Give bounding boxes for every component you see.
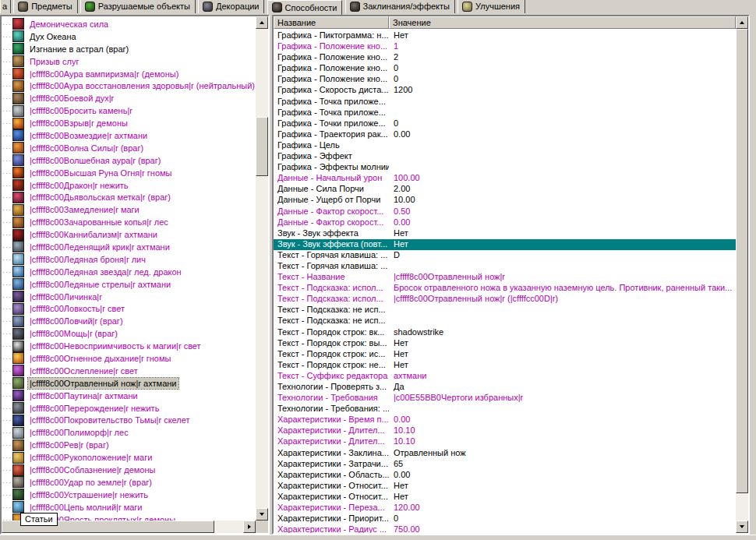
ability-list-item[interactable]: ··· |cffff8c00Волшебная аура|r (враг) (2, 154, 256, 167)
property-row[interactable]: Характеристики - Время п... 0.00 (274, 415, 736, 425)
ability-list-item[interactable]: ··· |cffff8c00Соблазнение|r демоны (2, 464, 256, 476)
ability-list-item[interactable]: ··· Изгнание в астрал (враг) (2, 43, 256, 55)
ability-list-item[interactable]: ··· |cffff8c00Ледяная броня|r лич (2, 253, 256, 266)
property-row[interactable]: Текст - Подсказка: испол... Бросок отрав… (274, 283, 736, 294)
ability-list-item[interactable]: ··· |cffff8c00Ловкость|r свет (2, 302, 256, 315)
column-header-value[interactable]: Значение (389, 16, 736, 29)
ability-list-item[interactable]: ··· |cffff8c00Устрашение|r нежить (2, 489, 256, 501)
ability-list-item[interactable]: ··· |cffff8c00Ловчий|r (враг) (2, 315, 256, 327)
tab[interactable]: Заклинания/эффекты (345, 0, 455, 13)
ability-list-item[interactable]: ··· |cffff8c00Замедление|r маги (2, 203, 256, 216)
property-row[interactable]: Графика - Траектория рак... 0.00 (274, 129, 736, 140)
scroll-down-button[interactable] (256, 508, 268, 521)
property-row[interactable]: Графика - Точка приложе... (274, 97, 736, 108)
property-row[interactable]: Характеристики - Переза... 120.00 (274, 503, 736, 514)
property-row[interactable]: Характеристики - Относит... Нет (274, 492, 736, 503)
ability-list-item[interactable]: ··· |cffff8c00Отравленный нож|r ахтмани (2, 377, 256, 390)
property-row[interactable]: Текст - Порядок строк: вы... Нет (274, 338, 736, 349)
ability-list-item[interactable]: ··· |cffff8c00Взрыв|r демоны (2, 117, 256, 129)
property-row[interactable]: Текст - Горячая клавиша: ... D (274, 250, 736, 261)
tab[interactable]: Предметы (13, 0, 78, 13)
property-row[interactable]: Графика - Цель (274, 140, 736, 151)
property-row[interactable]: Данные - Начальный урон 100.00 (274, 173, 736, 184)
property-row[interactable]: Текст - Суффикс редактора ахтмани (274, 371, 736, 382)
ability-list-item[interactable]: ··· |cffff8c00Мощь|r (враг) (2, 327, 256, 340)
scroll-right-button[interactable] (243, 521, 256, 533)
property-row[interactable]: Характеристики - Радиус ... 750.00 (274, 524, 736, 533)
tab[interactable]: Декорации (198, 0, 264, 13)
property-row[interactable]: Характеристики - Область... 0.00 (274, 470, 736, 481)
scroll-up-button[interactable] (736, 16, 748, 29)
property-row[interactable]: Графика - Положение кно... 0 (274, 74, 736, 85)
ability-list-item[interactable]: ··· |cffff8c00Возмездие|r ахтмани (2, 129, 256, 142)
property-row[interactable]: Графика - Положение кно... 2 (274, 52, 736, 63)
ability-list-item[interactable]: ··· |cffff8c00Ледяная звезда|r лед. драк… (2, 266, 256, 278)
property-row[interactable]: Графика - Положение кно... 1 (274, 41, 736, 52)
property-row[interactable]: Технологии - Проверять з... Да (274, 382, 736, 393)
property-row[interactable]: Характеристики - Затрачи... 65 (274, 459, 736, 470)
ability-list-item[interactable]: ··· |cffff8c00Зачарованные копья|r лес (2, 216, 256, 228)
scroll-thumb[interactable] (256, 117, 268, 176)
property-row[interactable]: Данные - Ущерб от Порчи 10.00 (274, 195, 736, 206)
property-row[interactable]: Характеристики - Относит... Нет (274, 481, 736, 492)
property-row[interactable]: Графика - Положение кно... 0 (274, 63, 736, 74)
property-row[interactable]: Звук - Звук эффекта Нет (274, 228, 736, 239)
scroll-thumb[interactable] (736, 29, 748, 493)
scroll-up-button[interactable] (256, 16, 268, 29)
ability-list-item[interactable]: ··· |cffff8c00Леденящий крик|r ахтмани (2, 241, 256, 253)
ability-list-item[interactable]: ··· |cffff8c00Ослепление|r свет (2, 365, 256, 377)
left-vertical-scrollbar[interactable] (256, 16, 268, 521)
property-row[interactable]: Текст - Порядок строк: вк... shadowstrik… (274, 327, 736, 338)
property-row[interactable]: Текст - Название |cffff8c00Отравленный н… (274, 272, 736, 283)
scroll-down-button[interactable] (736, 521, 748, 533)
ability-list-item[interactable]: ··· |cffff8c00Бросить камень|r (2, 104, 256, 117)
property-row[interactable]: Текст - Подсказка: не исп... (274, 305, 736, 316)
ability-list-item[interactable]: ··· |cffff8c00Огненное дыхание|r гномы (2, 352, 256, 365)
tab[interactable]: Разрушаемые объекты (80, 0, 196, 13)
ability-list-item[interactable]: ··· |cffff8c00Рев|r (враг) (2, 439, 256, 451)
ability-list-item[interactable]: ··· |cffff8c00Полиморф|r лес (2, 426, 256, 439)
property-row[interactable]: Графика - Эффект (274, 151, 736, 162)
ability-list-item[interactable]: ··· |cffff8c00Высшая Руна Огня|r гномы (2, 167, 256, 179)
property-row[interactable]: Характеристики - Длител... 10.10 (274, 436, 736, 447)
column-header-name[interactable]: Название (274, 16, 389, 29)
ability-list-item[interactable]: ··· |cffff8c00Аура вампиризма|r (демоны) (2, 68, 256, 80)
property-row[interactable]: Характеристики - Заклина... Отравленный … (274, 448, 736, 459)
tab[interactable]: а (0, 0, 11, 13)
right-vertical-scrollbar[interactable] (736, 16, 748, 533)
ability-list-item[interactable]: ··· |cffff8c00Перерождение|r нежить (2, 402, 256, 415)
property-row[interactable]: Графика - Точка приложе... (274, 108, 736, 118)
property-row[interactable]: Графика - Скорость диста... 1200 (274, 85, 736, 96)
ability-list-item[interactable]: ··· |cffff8c00Цепь молний|r маги (2, 501, 256, 514)
ability-list-item[interactable]: ··· |cffff8c00Ледяные стрелы|r ахтмани (2, 278, 256, 291)
ability-list-item[interactable]: ··· |cffff8c00Паутина|r ахтмани (2, 390, 256, 402)
ability-list-item[interactable]: ··· Призыв слуг (2, 55, 256, 68)
property-row[interactable]: Технологии - Требования |c00E55BB0Чертог… (274, 393, 736, 404)
property-row[interactable]: Графика - Эффекты молнии (274, 162, 736, 173)
ability-list-item[interactable]: ··· |cffff8c00Дракон|r нежить (2, 179, 256, 192)
property-row[interactable]: Характеристики - Длител... 10.10 (274, 425, 736, 436)
property-row[interactable]: Текст - Горячая клавиша: ... (274, 261, 736, 272)
ability-list-item[interactable]: ··· |cffff8c00Рукоположение|r маги (2, 451, 256, 464)
ability-list-item[interactable]: ··· |cffff8c00Каннибализм|r ахтмани (2, 228, 256, 241)
ability-list-item[interactable]: ··· Демоническая сила (2, 18, 256, 30)
property-row[interactable]: Графика - Пиктограмма: н... Нет (274, 30, 736, 41)
property-row[interactable]: Звук - Звук эффекта (повт... Нет (274, 239, 736, 250)
ability-list-item[interactable]: ··· |cffff8c00Невосприимчивость к магии|… (2, 340, 256, 352)
ability-list-item[interactable]: ··· |cffff8c00Боевой дух|r (2, 92, 256, 104)
property-row[interactable]: Графика - Точки приложе... 0 (274, 118, 736, 129)
ability-list-item[interactable]: ··· |cffff8c00Дьявольская метка|r (враг) (2, 191, 256, 203)
ability-list-item[interactable]: ··· |cffff8c00Личинка|r (2, 291, 256, 303)
ability-list-item[interactable]: ··· |cffff8c00Волна Силы|r (враг) (2, 142, 256, 154)
property-row[interactable]: Характеристики - Приорит... 0 (274, 514, 736, 524)
property-row[interactable]: Данные - Фактор скорост... 0.50 (274, 206, 736, 217)
ability-list-item[interactable]: ··· Дух Океана (2, 30, 256, 43)
property-row[interactable]: Технологии - Требования: ... (274, 404, 736, 415)
ability-list-item[interactable]: ··· |cffff8c00Удар по земле|r (враг) (2, 476, 256, 489)
tab[interactable]: Способности (267, 0, 343, 15)
property-row[interactable]: Текст - Порядок строк: не... Нет (274, 360, 736, 371)
property-row[interactable]: Данные - Фактор скорост... 0.00 (274, 217, 736, 228)
tab[interactable]: Улучшения (457, 0, 525, 13)
ability-list-item[interactable]: ··· |cffff8c00Аура восстановления здоров… (2, 79, 256, 92)
ability-list-item[interactable]: ··· |cffff8c00Покровительство Тьмы|r ске… (2, 415, 256, 427)
